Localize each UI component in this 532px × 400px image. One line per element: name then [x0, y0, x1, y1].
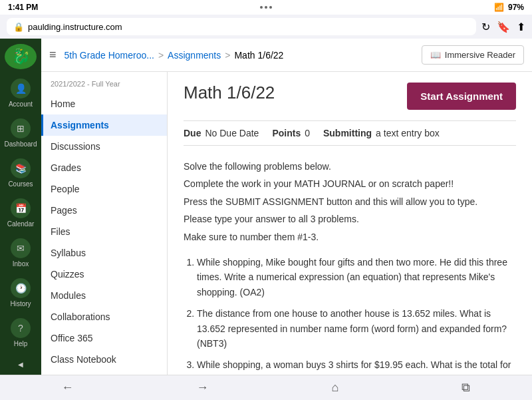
back-button[interactable]: ← — [49, 378, 87, 397]
sidebar-item-account[interactable]: 👤 Account — [0, 75, 41, 112]
points-label: Points — [272, 128, 301, 138]
sidebar-item-inbox[interactable]: ✉ Inbox — [0, 234, 41, 272]
status-bar: 1:41 PM 📶 97% — [0, 0, 532, 15]
breadcrumb-assignments: Assignments — [168, 50, 221, 61]
sidebar-item-assignments[interactable]: Assignments — [41, 114, 167, 136]
sidebar-item-collaborations[interactable]: Collaborations — [41, 306, 167, 327]
sidebar-item-history[interactable]: 🕐 History — [0, 274, 41, 311]
top-header: ≡ 5th Grade Homeroo... > Assignments > M… — [41, 39, 532, 72]
logo: 🐉 — [5, 44, 37, 69]
submitting-value: a text entry box — [376, 128, 440, 138]
sidebar-item-modules[interactable]: Modules — [41, 285, 167, 306]
tabs-button[interactable]: ⧉ — [448, 378, 483, 397]
status-icons: 📶 97% — [494, 3, 524, 12]
desc-line-2: Complete the work in your MATH JOURNAL o… — [184, 176, 516, 191]
hamburger-icon[interactable]: ≡ — [49, 48, 57, 62]
inbox-icon: ✉ — [11, 238, 31, 258]
sidebar-item-brainpop[interactable]: BrainPOP — [41, 370, 167, 375]
desc-line-1: Solve the following problems below. — [184, 159, 516, 174]
sidebar-item-people[interactable]: People — [41, 178, 167, 200]
sidebar-item-syllabus[interactable]: Syllabus — [41, 242, 167, 264]
sidebar-item-files[interactable]: Files — [41, 221, 167, 242]
sidebar-item-pages[interactable]: Pages — [41, 200, 167, 221]
breadcrumb-sep2: > — [225, 50, 230, 61]
home-button[interactable]: ⌂ — [319, 378, 352, 397]
course-sidebar: 2021/2022 - Full Year Home Assignments D… — [41, 72, 168, 375]
sidebar-item-grades[interactable]: Grades — [41, 157, 167, 178]
due-date-item: Due No Due Date — [184, 128, 259, 138]
reload-icon[interactable]: ↻ — [481, 21, 490, 33]
url-bar[interactable]: 🔒 paulding.instructure.com — [7, 18, 476, 35]
due-value: No Due Date — [205, 128, 259, 138]
start-assignment-button[interactable]: Start Assignment — [407, 83, 516, 110]
problem-1: While shopping, Mike bought four gifts a… — [197, 255, 516, 300]
left-sidebar: 🐉 👤 Account ⊞ Dashboard 📚 Courses 📅 Cale… — [0, 39, 41, 375]
course-name-link[interactable]: 5th Grade Homeroo... — [65, 50, 154, 61]
wifi-icon: 📶 — [494, 3, 504, 12]
breadcrumb: 5th Grade Homeroo... > Assignments > Mat… — [65, 50, 284, 61]
problem-2: The distance from one house to another h… — [197, 306, 516, 351]
collapse-icon: ◀ — [18, 361, 23, 368]
sidebar-item-calendar[interactable]: 📅 Calendar — [0, 194, 41, 232]
browser-icons: ↻ 🔖 ⬆ — [481, 21, 525, 33]
dots-menu — [256, 6, 276, 9]
header-area: Math 1/6/22 Start Assignment — [184, 83, 516, 110]
help-icon: ? — [11, 318, 31, 338]
sidebar-item-dashboard[interactable]: ⊞ Dashboard — [0, 114, 41, 152]
breadcrumb-current: Math 1/6/22 — [234, 50, 283, 61]
due-label: Due — [184, 128, 201, 138]
courses-icon: 📚 — [11, 158, 31, 178]
browser-bar: 🔒 paulding.instructure.com ↻ 🔖 ⬆ — [0, 15, 532, 39]
page-title: Math 1/6/22 — [184, 83, 275, 103]
breadcrumb-sep1: > — [158, 50, 164, 61]
sidebar-item-discussions[interactable]: Discussions — [41, 136, 167, 157]
assignment-meta: Due No Due Date Points 0 Submitting a te… — [184, 120, 516, 146]
submitting-label: Submitting — [323, 128, 372, 138]
desc-line-5: Make sure to number them #1-3. — [184, 230, 516, 244]
immersive-reader-button[interactable]: 📖 Immersive Reader — [422, 45, 524, 65]
desc-line-3: Press the SUBMIT ASSIGNMENT button and t… — [184, 194, 516, 209]
lock-icon: 🔒 — [13, 22, 24, 32]
sidebar-item-office365[interactable]: Office 365 — [41, 327, 167, 349]
points-item: Points 0 — [272, 128, 310, 138]
share-icon[interactable]: ⬆ — [517, 21, 525, 33]
assignment-description: Solve the following problems below. Comp… — [184, 159, 516, 244]
dashboard-icon: ⊞ — [11, 118, 31, 138]
main-content: Math 1/6/22 Start Assignment Due No Due … — [168, 72, 532, 375]
sidebar-item-quizzes[interactable]: Quizzes — [41, 264, 167, 285]
points-value: 0 — [305, 128, 310, 138]
app-container: 🐉 👤 Account ⊞ Dashboard 📚 Courses 📅 Cale… — [0, 39, 532, 375]
desc-line-4: Please type your answer to all 3 problem… — [184, 212, 516, 226]
problem-3: While shopping, a woman buys 3 shirts fo… — [197, 357, 516, 375]
url-text: paulding.instructure.com — [28, 22, 122, 32]
sidebar-item-courses[interactable]: 📚 Courses — [0, 154, 41, 192]
bottom-nav: ← → ⌂ ⧉ — [0, 375, 532, 400]
year-label: 2021/2022 - Full Year — [41, 77, 167, 93]
problems-list: While shopping, Mike bought four gifts a… — [184, 255, 516, 375]
immersive-reader-icon: 📖 — [430, 50, 441, 60]
history-icon: 🕐 — [11, 278, 31, 298]
sidebar-item-classnotebook[interactable]: Class Notebook — [41, 349, 167, 370]
sidebar-item-help[interactable]: ? Help — [0, 314, 41, 351]
time-display: 1:41 PM — [8, 3, 38, 12]
bookmark-icon[interactable]: 🔖 — [497, 21, 510, 33]
sidebar-item-home[interactable]: Home — [41, 93, 167, 114]
submitting-item: Submitting a text entry box — [323, 128, 440, 138]
account-icon: 👤 — [11, 79, 31, 99]
sidebar-collapse-button[interactable]: ◀ — [0, 354, 41, 375]
battery-display: 97% — [508, 3, 524, 12]
calendar-icon: 📅 — [11, 198, 31, 218]
forward-button[interactable]: → — [184, 378, 222, 397]
